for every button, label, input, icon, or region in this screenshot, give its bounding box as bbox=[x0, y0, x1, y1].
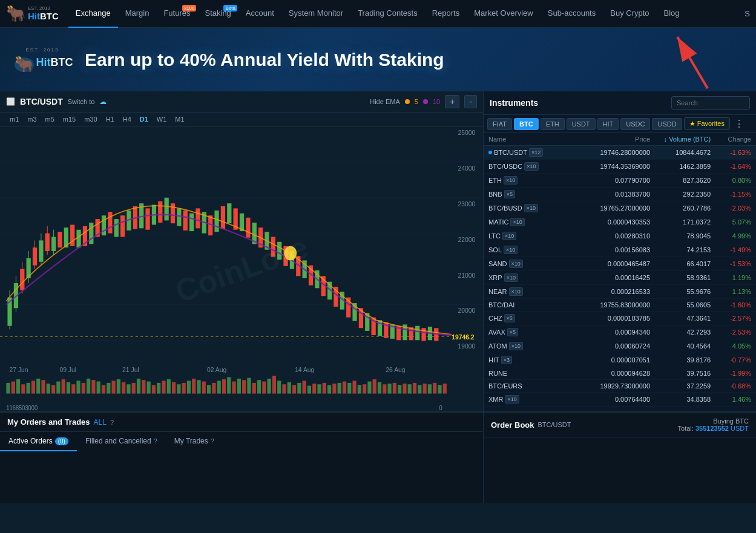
svg-text:1168503000: 1168503000 bbox=[6, 404, 38, 411]
svg-rect-154 bbox=[221, 206, 225, 229]
inst-tab-hit[interactable]: HIT bbox=[597, 118, 619, 130]
svg-rect-36 bbox=[76, 381, 80, 393]
nav-item-futures[interactable]: Futures x100 bbox=[156, 0, 197, 28]
tf-h1[interactable]: H1 bbox=[102, 114, 118, 124]
inst-tab-btc[interactable]: BTC bbox=[514, 118, 539, 130]
inst-table-header: Name Price ↓ Volume (BTC) Change bbox=[484, 133, 756, 146]
svg-rect-22 bbox=[6, 383, 10, 394]
inst-row-chz[interactable]: CHZ ×5 0.0000103785 47.3641 -2.57% bbox=[484, 312, 756, 325]
col-change: Change bbox=[711, 136, 751, 143]
logo-title: HitBTC bbox=[28, 11, 59, 22]
hide-ema-btn[interactable]: Hide EMA bbox=[370, 98, 400, 105]
inst-row-btcbusd[interactable]: BTC/BUSD ×10 19765.27000000 260.7786 -2.… bbox=[484, 201, 756, 215]
timeframe-bar: m1 m3 m5 m15 m30 H1 H4 D1 W1 M1 bbox=[0, 113, 483, 126]
orders-help-icon[interactable]: ? bbox=[110, 419, 114, 426]
chart-symbol[interactable]: BTC/USDT bbox=[20, 97, 63, 106]
inst-row-sand[interactable]: SAND ×10 0.0000465487 66.4017 -1.53% bbox=[484, 257, 756, 271]
nav-item-account[interactable]: Account bbox=[238, 0, 281, 28]
nav-item-staking[interactable]: Staking Beta bbox=[197, 0, 238, 28]
nav-right-item[interactable]: S bbox=[744, 9, 750, 18]
inst-tab-usdc[interactable]: USDC bbox=[620, 118, 650, 130]
inst-rows: BTC/USDT ×12 19746.28000000 10844.4672 -… bbox=[484, 146, 756, 411]
svg-rect-136 bbox=[108, 212, 112, 233]
tf-m1-monthly[interactable]: M1 bbox=[171, 114, 188, 124]
nav-item-blog[interactable]: Blog bbox=[657, 0, 687, 28]
cloud-icon[interactable]: ☁ bbox=[99, 97, 107, 106]
inst-header: Instruments bbox=[484, 91, 756, 115]
inst-row-ltc[interactable]: LTC ×10 0.00280310 78.9045 4.99% bbox=[484, 229, 756, 243]
inst-search-input[interactable] bbox=[671, 96, 750, 110]
inst-row-avax[interactable]: AVAX ×5 0.00094340 42.7293 -2.53% bbox=[484, 325, 756, 339]
inst-row-btcusdt[interactable]: BTC/USDT ×12 19746.28000000 10844.4672 -… bbox=[484, 146, 756, 160]
chart-expand-icon[interactable]: ⬜ bbox=[6, 97, 15, 106]
inst-tab-eth[interactable]: ETH bbox=[541, 118, 565, 130]
inst-more-icon[interactable]: ⋮ bbox=[734, 118, 744, 129]
svg-rect-72 bbox=[257, 380, 261, 393]
inst-row-atom[interactable]: ATOM ×10 0.00060724 40.4564 4.05% bbox=[484, 339, 756, 353]
inst-row-eth[interactable]: ETH ×10 0.07790700 827.3620 0.80% bbox=[484, 174, 756, 188]
tf-d1[interactable]: D1 bbox=[136, 114, 152, 124]
inst-price: 19746.28000000 bbox=[570, 149, 651, 156]
tf-w1[interactable]: W1 bbox=[153, 114, 171, 124]
trades-help-icon[interactable]: ? bbox=[211, 437, 214, 445]
svg-rect-81 bbox=[303, 381, 306, 393]
nav-item-buy-crypto[interactable]: Buy Crypto bbox=[603, 0, 656, 28]
inst-row-btceurs[interactable]: BTC/EURS 19929.73000000 37.2259 -0.68% bbox=[484, 380, 756, 393]
inst-row-btcusdc[interactable]: BTC/USDC ×10 19744.35369000 1462.3859 -1… bbox=[484, 160, 756, 174]
zoom-in-btn[interactable]: + bbox=[445, 95, 459, 108]
svg-text:09 Jul: 09 Jul bbox=[59, 366, 76, 374]
svg-rect-67 bbox=[232, 382, 235, 394]
inst-tab-usdt[interactable]: USDT bbox=[567, 118, 596, 130]
inst-tab-usdd[interactable]: USDD bbox=[652, 118, 682, 130]
inst-row-sol[interactable]: SOL ×10 0.00156083 74.2153 -1.49% bbox=[484, 243, 756, 257]
inst-row-near[interactable]: NEAR ×10 0.000216533 55.9676 1.13% bbox=[484, 285, 756, 299]
logo[interactable]: 🐂 EST. 2013 HitBTC bbox=[6, 4, 59, 24]
svg-rect-23 bbox=[12, 382, 15, 394]
inst-row-rune[interactable]: RUNE 0.000094628 39.7516 -1.99% bbox=[484, 367, 756, 380]
tab-active-orders[interactable]: Active Orders (0) bbox=[0, 432, 77, 451]
svg-rect-43 bbox=[111, 381, 115, 393]
tf-m30[interactable]: m30 bbox=[81, 114, 100, 124]
filled-help-icon[interactable]: ? bbox=[154, 437, 157, 445]
ema10-label: 10 bbox=[433, 98, 440, 105]
tf-h4[interactable]: H4 bbox=[119, 114, 135, 124]
col-volume[interactable]: ↓ Volume (BTC) bbox=[650, 136, 711, 143]
chart-canvas[interactable]: 25000 24000 23000 22000 21000 20000 1900… bbox=[0, 126, 483, 411]
inst-row-matic[interactable]: MATIC ×10 0.0000430353 171.0372 5.07% bbox=[484, 215, 756, 229]
nav-item-system-monitor[interactable]: System Monitor bbox=[281, 0, 350, 28]
svg-rect-35 bbox=[71, 384, 75, 393]
svg-rect-101 bbox=[403, 384, 406, 393]
svg-rect-48 bbox=[137, 379, 140, 394]
banner[interactable]: EST. 2013 🐂 HitBTC Earn up to 40% Annual… bbox=[0, 28, 756, 91]
tf-m15[interactable]: m15 bbox=[59, 114, 79, 124]
orderbook-symbol: BTC/USDT bbox=[538, 421, 571, 428]
tf-m1[interactable]: m1 bbox=[6, 114, 22, 124]
inst-tabs: FIAT BTC ETH USDT HIT USDC USDD ★ Favori… bbox=[484, 115, 756, 133]
inst-row-xmr[interactable]: XMR ×10 0.00764400 34.8358 1.46% bbox=[484, 393, 756, 407]
nav-item-trading-contests[interactable]: Trading Contests bbox=[350, 0, 425, 28]
inst-row-bnb[interactable]: BNB ×5 0.01383700 292.2350 -1.15% bbox=[484, 188, 756, 201]
ema5-label: 5 bbox=[415, 98, 418, 105]
svg-rect-65 bbox=[222, 379, 226, 394]
ema10-dot bbox=[423, 99, 428, 104]
inst-row-xrp[interactable]: XRP ×10 0.00016425 58.9361 1.19% bbox=[484, 271, 756, 285]
inst-tab-favorites[interactable]: ★ Favorites bbox=[684, 117, 730, 130]
zoom-out-btn[interactable]: - bbox=[464, 95, 477, 108]
inst-tab-fiat[interactable]: FIAT bbox=[487, 118, 512, 130]
nav-item-market-overview[interactable]: Market Overview bbox=[467, 0, 541, 28]
tab-filled-cancelled[interactable]: Filled and Cancelled ? bbox=[77, 432, 166, 451]
nav-item-sub-accounts[interactable]: Sub-accounts bbox=[541, 0, 603, 28]
instruments-panel: Instruments FIAT BTC ETH USDT HIT USDC U… bbox=[484, 91, 756, 411]
svg-rect-52 bbox=[157, 383, 160, 394]
nav-item-exchange[interactable]: Exchange bbox=[68, 0, 118, 28]
nav-item-reports[interactable]: Reports bbox=[425, 0, 467, 28]
svg-rect-55 bbox=[172, 382, 176, 394]
futures-badge: x100 bbox=[182, 5, 196, 11]
tf-m5[interactable]: m5 bbox=[42, 114, 58, 124]
inst-row-hit[interactable]: HIT ×3 0.000007051 39.8176 -0.77% bbox=[484, 353, 756, 367]
tab-my-trades[interactable]: My Trades ? bbox=[166, 432, 223, 451]
svg-rect-49 bbox=[142, 380, 145, 393]
inst-row-btcdai[interactable]: BTC/DAI 19755.83000000 55.0605 -1.60% bbox=[484, 299, 756, 312]
tf-m3[interactable]: m3 bbox=[24, 114, 40, 124]
nav-item-margin[interactable]: Margin bbox=[118, 0, 157, 28]
